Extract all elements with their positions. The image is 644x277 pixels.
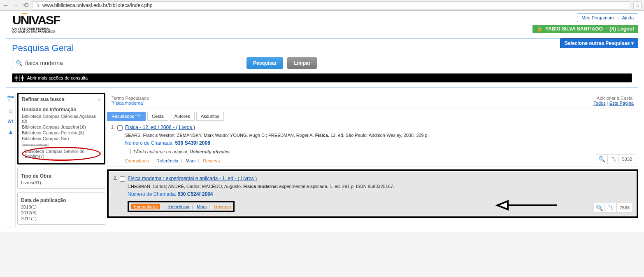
term-label: Termo Pesquisado	[112, 96, 149, 101]
refine-title: Refinar sua busca	[22, 96, 64, 102]
search-icon: 🔍	[16, 60, 23, 66]
stats-icon[interactable]: 〽	[605, 203, 616, 213]
result-checkbox[interactable]	[120, 176, 125, 182]
result-number: 1.	[110, 124, 115, 129]
user-name: FABIO SILVA SANTIAGO	[545, 26, 603, 32]
exemplares-link[interactable]: Exemplares	[125, 158, 149, 163]
result-title-link[interactable]: Física moderna : experimental e aplicada…	[128, 176, 257, 181]
exemplares-button[interactable]: Exemplares	[131, 204, 160, 209]
my-pergamum-link[interactable]: Meu Pergamum	[581, 15, 614, 20]
date-link[interactable]: 2012(5)	[21, 210, 102, 215]
type-link[interactable]: Livros(31)	[21, 180, 102, 185]
unit-link[interactable]: Biblioteca Campus Juazeiro(16)	[22, 124, 101, 129]
logout-link[interactable]: (X) Logout	[609, 26, 634, 32]
referencia-link[interactable]: Referência	[156, 158, 178, 163]
rail-up-icon[interactable]: ▲	[8, 129, 14, 135]
type-heading: Tipo de Obra	[21, 173, 102, 179]
logo-subtitle1: UNIVERSIDADE FEDERAL	[12, 27, 60, 30]
term-value: "física moderna"	[112, 101, 149, 106]
reserva-link[interactable]: Reserva	[203, 158, 220, 163]
result-checkbox[interactable]	[117, 125, 123, 131]
clear-button[interactable]: Limpar	[287, 57, 317, 69]
referencia-link[interactable]: Referência	[167, 204, 189, 209]
more-options-bar[interactable]: ┿┼╋ Abrir mais opções de consulta	[12, 73, 632, 82]
result-number: 2.	[112, 176, 117, 181]
help-link[interactable]: Ajuda	[622, 15, 634, 20]
result-code: 7668	[616, 203, 633, 213]
search-input[interactable]	[25, 60, 239, 66]
forward-icon[interactable]: →	[12, 2, 19, 9]
reserva-link[interactable]: Reserva	[214, 204, 231, 209]
side-rail: Meu☺ ⌂ A‡ ▲	[6, 93, 16, 228]
tab-subjects[interactable]: Assuntos	[196, 112, 224, 121]
lock-icon: 🔒	[537, 26, 543, 32]
date-link[interactable]: 2013(1)	[21, 204, 102, 209]
tab-results[interactable]: Resultados "7"	[107, 112, 146, 121]
result-meta: SEARS, Francis Weston; ZEMANSKY, Mark Wa…	[125, 133, 634, 138]
stats-icon[interactable]: 〽	[607, 154, 619, 164]
plus-icon: ┿┼╋	[15, 75, 24, 81]
annotation-arrow	[495, 197, 561, 214]
date-link[interactable]: 2011(1)	[21, 216, 102, 221]
add-cart-label: Adicionar à Cesta:	[593, 96, 634, 101]
date-heading: Data de publicação	[21, 197, 102, 203]
unit-link[interactable]: Biblioteca Campus Petrolina(8)	[22, 130, 101, 135]
search-button[interactable]: Pesquisar	[246, 57, 283, 69]
logo-subtitle2: DO VALE DO SÃO FRANCISCO	[12, 30, 60, 33]
tab-basket[interactable]: Cesta	[147, 112, 168, 121]
add-all-link[interactable]: Todos	[593, 101, 605, 106]
result-code: 5332	[619, 154, 635, 164]
call-label: Número de Chamada:	[128, 191, 177, 197]
other-searches-button[interactable]: Selecione outras Pesquisas ▾	[560, 38, 638, 48]
detail-icon[interactable]: 🔍	[593, 203, 605, 213]
result-meta: CHESMAN, Carlos; ANDRÉ, Carlos; MACÊDO, …	[128, 184, 631, 189]
user-bar: 🔒 FABIO SILVA SANTIAGO - (X) Logout	[532, 25, 638, 33]
unit-link-highlighted[interactable]: Biblioteca Campus Senhor do Bonfim(7)	[25, 149, 85, 159]
page-title: Pesquisa Geral	[12, 43, 632, 54]
marc-link[interactable]: Marc	[197, 204, 207, 209]
url-bar[interactable]: 🗋 www.biblioteca.univasf.edu.br/bibliote…	[32, 1, 630, 9]
page-icon: 🗋	[35, 2, 40, 8]
call-value: 530 C524f 2004	[177, 191, 213, 197]
svg-marker-1	[498, 201, 508, 209]
detail-icon[interactable]: 🔍	[596, 154, 607, 164]
tab-authors[interactable]: Autores	[170, 112, 195, 121]
logo: ~UNIVASF UNIVERSIDADE FEDERAL DO VALE DO…	[12, 13, 60, 33]
result-title-link[interactable]: Física - 12. ed / 2008 - ( Livros )	[125, 124, 195, 130]
add-page-link[interactable]: Esta Página	[609, 101, 634, 106]
logo-text: UNIVASF	[12, 13, 60, 27]
chevron-left-icon[interactable]: «	[98, 96, 101, 102]
bookmark-star-icon[interactable]: ☆	[633, 1, 642, 9]
rail-home-icon[interactable]: ⌂	[9, 107, 12, 114]
back-icon[interactable]: ←	[2, 2, 9, 9]
rail-font-icon[interactable]: A‡	[8, 119, 14, 124]
call-value: 530 S439f 2008	[175, 140, 210, 146]
url-text: www.biblioteca.univasf.edu.br/biblioteca…	[42, 2, 153, 8]
unit-link[interactable]: Biblioteca Campus São	[22, 136, 101, 141]
marc-link[interactable]: Marc	[186, 158, 195, 163]
call-label: Número de Chamada:	[125, 140, 175, 146]
unit-heading: Unidade de Informação	[22, 107, 101, 113]
unit-link[interactable]: Biblioteca Campus Ciências Agrárias (8)	[22, 114, 101, 124]
rail-meu-icon[interactable]: Meu☺	[7, 95, 14, 102]
